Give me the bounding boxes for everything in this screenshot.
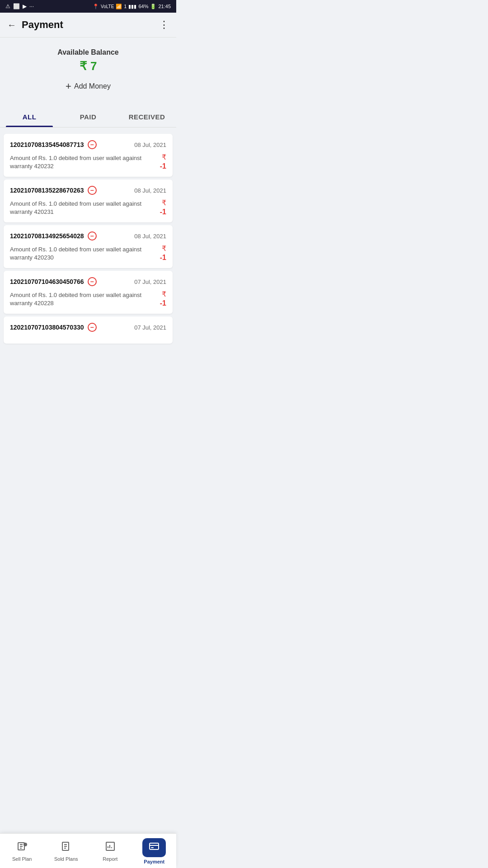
transaction-id: 120210707103804570330 bbox=[10, 324, 84, 331]
transaction-amount: -1 bbox=[160, 208, 166, 216]
transaction-amount-col: ₹ -1 bbox=[160, 153, 166, 170]
header-left: ← Payment bbox=[7, 19, 63, 31]
transaction-id-row: 120210708134925654028 − bbox=[10, 231, 97, 241]
transaction-id: 120210708134925654028 bbox=[10, 232, 84, 240]
signal-icon: ▮▮▮ bbox=[128, 4, 136, 9]
balance-value: 7 bbox=[87, 59, 97, 73]
transaction-id-row: 120210707104630450766 − bbox=[10, 277, 97, 286]
transaction-card[interactable]: 120210708134925654028 − 08 Jul, 2021 Amo… bbox=[4, 225, 173, 268]
transaction-body: Amount of Rs. 1.0 debited from user wall… bbox=[10, 244, 166, 262]
tab-received-label: RECEIVED bbox=[129, 113, 165, 121]
transaction-id: 120210707104630450766 bbox=[10, 278, 84, 285]
transaction-card[interactable]: 120210708135454087713 − 08 Jul, 2021 Amo… bbox=[4, 134, 173, 177]
transaction-body: Amount of Rs. 1.0 debited from user wall… bbox=[10, 198, 166, 216]
transaction-date: 08 Jul, 2021 bbox=[134, 233, 166, 240]
transaction-list: 120210708135454087713 − 08 Jul, 2021 Amo… bbox=[0, 127, 176, 350]
more-dots-icon: ··· bbox=[29, 3, 34, 9]
debit-icon: − bbox=[88, 323, 97, 332]
transaction-amount-col: ₹ -1 bbox=[160, 244, 166, 262]
status-right-icons: 📍 VoLTE 📶 1 ▮▮▮ 64% 🔋 21:45 bbox=[93, 4, 171, 9]
transaction-date: 07 Jul, 2021 bbox=[134, 278, 166, 285]
rupee-icon: ₹ bbox=[162, 153, 166, 161]
transaction-date: 08 Jul, 2021 bbox=[134, 187, 166, 194]
debit-icon: − bbox=[88, 140, 97, 149]
transaction-body: Amount of Rs. 1.0 debited from user wall… bbox=[10, 153, 166, 170]
transaction-card[interactable]: 120210707104630450766 − 07 Jul, 2021 Amo… bbox=[4, 271, 173, 314]
transaction-amount-col: ₹ -1 bbox=[160, 290, 166, 307]
rupee-icon: ₹ bbox=[162, 198, 166, 207]
transaction-date: 08 Jul, 2021 bbox=[134, 142, 166, 148]
header: ← Payment ⋮ bbox=[0, 13, 176, 38]
transaction-description: Amount of Rs. 1.0 debited from user wall… bbox=[10, 291, 160, 307]
transaction-amount: -1 bbox=[160, 162, 166, 170]
tabs-container: ALL PAID RECEIVED bbox=[0, 107, 176, 127]
debit-icon: − bbox=[88, 277, 97, 286]
transaction-card[interactable]: 120210708135228670263 − 08 Jul, 2021 Amo… bbox=[4, 179, 173, 222]
battery-label: 64% bbox=[138, 4, 148, 9]
balance-amount: ₹ 7 bbox=[7, 59, 169, 73]
status-left-icons: ⚠ ⬜ ▶ ··· bbox=[5, 3, 34, 9]
back-button[interactable]: ← bbox=[7, 20, 16, 30]
transaction-date: 07 Jul, 2021 bbox=[134, 324, 166, 331]
more-options-button[interactable]: ⋮ bbox=[159, 19, 169, 31]
wifi-icon: 📶 bbox=[116, 4, 122, 9]
transaction-id: 120210708135454087713 bbox=[10, 141, 84, 148]
add-money-button[interactable]: + Add Money bbox=[66, 80, 111, 92]
debit-icon: − bbox=[88, 186, 97, 195]
battery-icon: 🔋 bbox=[150, 4, 156, 9]
screen-icon: ⬜ bbox=[13, 3, 20, 9]
tab-all-label: ALL bbox=[23, 113, 37, 121]
volte-icon: VoLTE bbox=[101, 4, 114, 9]
transaction-body: Amount of Rs. 1.0 debited from user wall… bbox=[10, 290, 166, 307]
balance-currency: ₹ bbox=[80, 59, 87, 73]
transaction-description: Amount of Rs. 1.0 debited from user wall… bbox=[10, 200, 160, 216]
transaction-amount-col: ₹ -1 bbox=[160, 198, 166, 216]
add-money-label: Add Money bbox=[74, 82, 111, 90]
tab-all[interactable]: ALL bbox=[0, 107, 59, 127]
alert-icon: ⚠ bbox=[5, 3, 10, 9]
transaction-description: Amount of Rs. 1.0 debited from user wall… bbox=[10, 245, 160, 262]
transaction-amount: -1 bbox=[160, 254, 166, 262]
balance-label: Available Balance bbox=[7, 48, 169, 57]
transaction-amount: -1 bbox=[160, 299, 166, 307]
sim-icon: 1 bbox=[124, 4, 127, 9]
rupee-icon: ₹ bbox=[162, 290, 166, 298]
balance-section: Available Balance ₹ 7 + Add Money bbox=[0, 38, 176, 99]
transaction-id-row: 120210708135454087713 − bbox=[10, 140, 97, 149]
transaction-id: 120210708135228670263 bbox=[10, 187, 84, 194]
add-icon: + bbox=[66, 80, 71, 92]
youtube-icon: ▶ bbox=[23, 3, 27, 9]
debit-icon: − bbox=[88, 231, 97, 241]
tab-paid[interactable]: PAID bbox=[59, 107, 117, 127]
transaction-id-row: 120210708135228670263 − bbox=[10, 186, 97, 195]
page-title: Payment bbox=[22, 19, 63, 31]
status-bar: ⚠ ⬜ ▶ ··· 📍 VoLTE 📶 1 ▮▮▮ 64% 🔋 21:45 bbox=[0, 0, 176, 13]
time-display: 21:45 bbox=[158, 4, 171, 9]
transaction-description: Amount of Rs. 1.0 debited from user wall… bbox=[10, 154, 160, 170]
tab-paid-label: PAID bbox=[80, 113, 97, 121]
tab-received[interactable]: RECEIVED bbox=[117, 107, 176, 127]
transaction-card-partial[interactable]: 120210707103804570330 − 07 Jul, 2021 bbox=[4, 316, 173, 344]
location-icon: 📍 bbox=[93, 4, 99, 9]
rupee-icon: ₹ bbox=[162, 244, 166, 253]
